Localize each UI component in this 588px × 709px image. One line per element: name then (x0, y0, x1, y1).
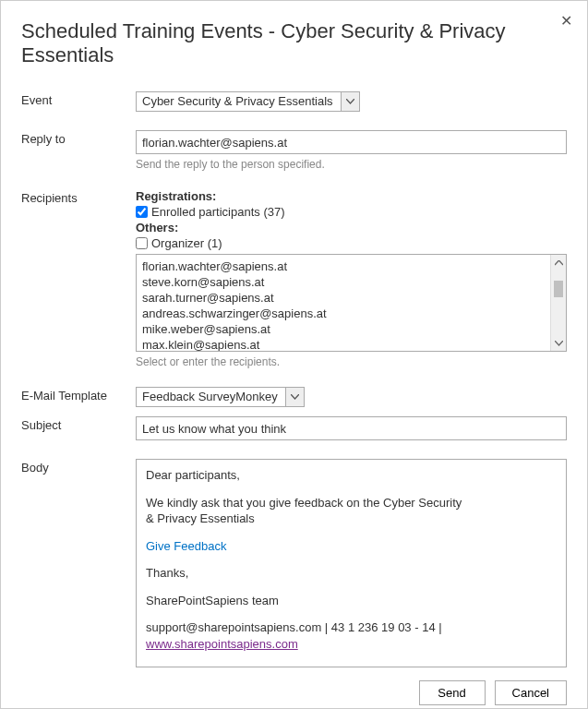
row-body: Body Dear participants, We kindly ask th… (21, 459, 567, 667)
reply-to-help: Send the reply to the person specified. (136, 158, 567, 171)
enrolled-checkbox[interactable] (136, 206, 148, 218)
body-team: SharePointSapiens team (146, 593, 557, 609)
chevron-down-icon (341, 92, 359, 111)
subject-input[interactable] (136, 416, 567, 440)
send-button[interactable]: Send (419, 680, 486, 705)
row-email-template: E-Mail Template Feedback SurveyMonkey (21, 387, 567, 407)
recipients-help: Select or enter the recipients. (136, 355, 567, 368)
body-greeting: Dear participants, (146, 467, 557, 484)
recipient-item: max.klein@sapiens.at (142, 337, 560, 352)
recipients-textbox[interactable]: florian.wachter@sapiens.at steve.korn@sa… (136, 254, 567, 352)
scroll-down-icon[interactable] (551, 335, 566, 351)
row-recipients: Recipients Registrations: Enrolled parti… (21, 189, 567, 368)
dialog-title: Scheduled Training Events - Cyber Securi… (21, 19, 567, 67)
cancel-button[interactable]: Cancel (495, 680, 567, 705)
chevron-down-icon (285, 388, 304, 406)
email-template-label: E-Mail Template (21, 387, 136, 403)
organizer-checkbox[interactable] (136, 237, 148, 249)
email-template-select[interactable]: Feedback SurveyMonkey (136, 387, 305, 407)
site-link[interactable]: www.sharepointsapiens.com (146, 637, 298, 651)
dialog-container: ✕ Scheduled Training Events - Cyber Secu… (0, 0, 588, 709)
others-heading: Others: (136, 221, 567, 234)
recipient-item: sarah.turner@sapiens.at (142, 290, 560, 306)
body-line1: We kindly ask that you give feedback on … (146, 495, 557, 527)
event-select-value: Cyber Security & Privacy Essentials (137, 92, 341, 111)
scrollbar[interactable] (550, 255, 566, 351)
body-editor[interactable]: Dear participants, We kindly ask that yo… (136, 459, 567, 667)
event-label: Event (21, 91, 136, 107)
recipient-item: andreas.schwarzinger@sapiens.at (142, 306, 560, 321)
event-select[interactable]: Cyber Security & Privacy Essentials (136, 91, 360, 112)
row-reply-to: Reply to Send the reply to the person sp… (21, 130, 567, 171)
registrations-heading: Registrations: (136, 189, 567, 203)
give-feedback-link[interactable]: Give Feedback (146, 539, 226, 553)
body-contact: support@sharepointsapiens.com | 43 1 236… (146, 619, 557, 652)
scroll-up-icon[interactable] (551, 255, 566, 270)
recipients-label: Recipients (21, 189, 136, 205)
body-thanks: Thanks, (146, 565, 557, 582)
email-template-value: Feedback SurveyMonkey (137, 388, 285, 406)
row-event: Event Cyber Security & Privacy Essential… (21, 91, 567, 112)
recipient-item: mike.weber@sapiens.at (142, 321, 560, 337)
reply-to-label: Reply to (21, 130, 136, 146)
scroll-thumb[interactable] (554, 281, 563, 297)
enrolled-label: Enrolled participants (37) (151, 205, 285, 219)
recipient-item: florian.wachter@sapiens.at (142, 258, 560, 274)
row-subject: Subject (21, 416, 567, 440)
reply-to-input[interactable] (136, 130, 567, 154)
body-label: Body (21, 459, 136, 475)
button-row: Send Cancel (21, 680, 567, 705)
recipient-item: steve.korn@sapiens.at (142, 274, 560, 290)
organizer-label: Organizer (1) (151, 236, 222, 250)
close-icon[interactable]: ✕ (560, 12, 572, 30)
subject-label: Subject (21, 416, 136, 432)
